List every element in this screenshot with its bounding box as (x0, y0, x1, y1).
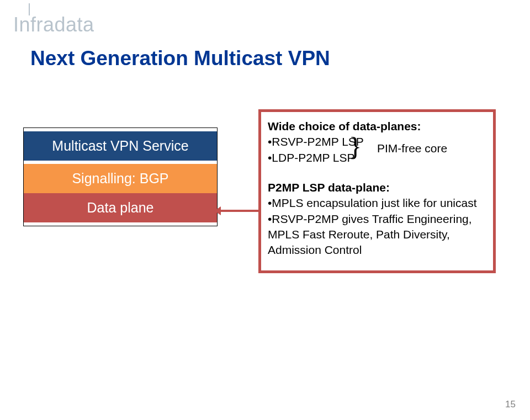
stack-row-service: Multicast VPN Service (24, 131, 217, 161)
slide: Infradata Next Generation Multicast VPN … (0, 0, 530, 420)
service-stack: Multicast VPN Service Signalling: BGP Da… (23, 127, 218, 226)
page-title: Next Generation Multicast VPN (30, 47, 330, 70)
arrow-left (219, 210, 258, 212)
bullet-mpls: •MPLS encapsulation just like for unicas… (268, 195, 486, 211)
logo: Infradata (13, 13, 94, 36)
bullet-te: •RSVP-P2MP gives Traffic Engineering, MP… (268, 211, 486, 258)
info-heading-2: P2MP LSP data-plane: (268, 181, 390, 194)
brace-icon: } (349, 134, 362, 160)
divider (24, 222, 217, 226)
stack-row-signalling: Signalling: BGP (24, 164, 217, 193)
info-heading-1: Wide choice of data-planes: (268, 120, 421, 132)
info-box: Wide choice of data-planes: •RSVP-P2MP L… (258, 109, 496, 273)
stack-row-dataplane: Data plane (24, 193, 217, 222)
page-number: 15 (505, 399, 516, 410)
pim-label: PIM-free core (377, 141, 447, 156)
